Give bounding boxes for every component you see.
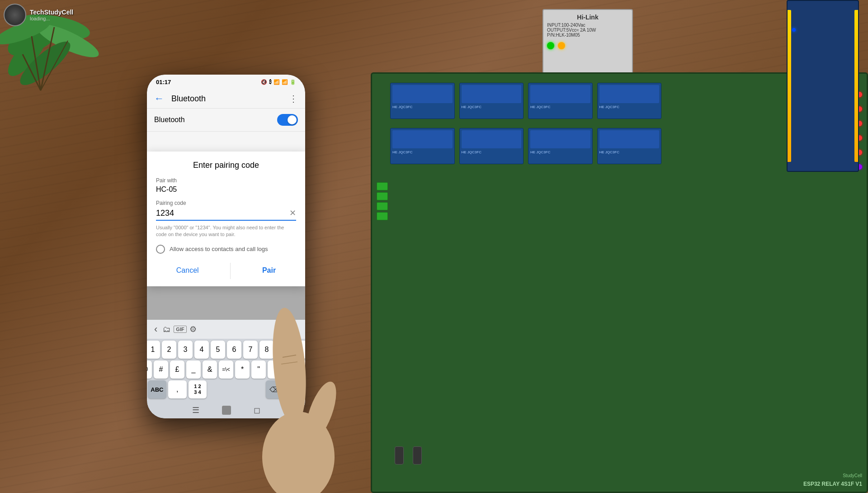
relay-1: HE JQC3FC [390,83,455,119]
relay-components-grid-2: HE JQC3FC HE JQC3FC HE JQC3FC HE JQC3FC [390,128,661,164]
led-indicators [547,42,628,49]
keyboard-back-button[interactable]: ‹ [151,322,160,336]
back-button[interactable]: ← [154,93,164,104]
relay-3: HE JQC3FC [528,83,593,119]
channel-name: TechStudyCell [30,9,73,16]
nav-menu-icon[interactable]: ☰ [192,405,199,415]
studycell-label: StudyCell [843,473,862,478]
led-orange [558,42,565,49]
key-4[interactable]: 4 [194,341,209,359]
channel-avatar [4,4,26,26]
access-row[interactable]: Allow access to contacts and call logs [156,245,296,254]
bluetooth-label: Bluetooth [154,116,185,124]
status-time: 01:17 [156,79,171,85]
pairing-hint-text: Usually "0000" or "1234". You might also… [156,224,296,238]
more-options-button[interactable]: ⋮ [289,93,298,104]
key-at[interactable]: @ [147,360,152,379]
relay-7: HE JQC3FC [528,128,593,164]
hi-link-model: P/N:HLK-10M05 [547,33,628,38]
pairing-code-value[interactable]: 1234 [156,209,289,218]
key-2[interactable]: 2 [162,341,176,359]
header-title: Bluetooth [171,94,289,104]
bluetooth-header: ← Bluetooth ⋮ [147,89,305,109]
esp32-microcontroller [787,0,859,172]
cancel-button[interactable]: Cancel [167,263,208,279]
hi-link-module: Hi-Link INPUT:100-240Vac OUTPUT:5Vcc≈ 2A… [542,9,633,81]
relay-5: HE JQC3FC [390,128,455,164]
key-5[interactable]: 5 [211,341,225,359]
gpio-pins-left [788,10,791,162]
key-numbers-grid[interactable]: 1 23 4 [189,380,207,398]
hand-overlay [231,276,366,493]
gif-button[interactable]: GIF [174,326,186,333]
hi-link-brand: Hi-Link [547,14,628,21]
capacitor-1 [395,446,404,465]
capacitor-2 [413,446,422,465]
bluetooth-toggle-row: Bluetooth [147,109,305,132]
key-underscore[interactable]: _ [186,360,201,379]
esp32-led-blue [792,28,796,32]
pairing-code-label: Pairing code [156,200,296,206]
channel-subtitle: loading... [30,16,73,21]
led-green [547,42,554,49]
key-abc[interactable]: ABC [148,380,166,398]
sticker-button[interactable]: 🗂 [160,324,174,335]
esp32-label: ESP32 RELAY 4S1F V1 [803,481,862,487]
key-ampersand[interactable]: & [203,360,217,379]
gpio-pins-right [854,10,858,162]
key-3[interactable]: 3 [178,341,193,359]
toggle-thumb [288,115,297,124]
pairing-code-input-row[interactable]: 1234 ✕ [156,208,296,221]
status-bar: 01:17 🔇 ₿ 📶 📶 🔋 [147,75,305,89]
status-icons: 🔇 ₿ 📶 📶 🔋 [261,79,296,85]
key-pound[interactable]: £ [170,360,184,379]
relay-2: HE JQC3FC [459,83,524,119]
device-name: HC-05 [156,185,296,194]
hi-link-input: INPUT:100-240Vac [547,23,628,28]
esp32-leds [792,28,796,32]
access-label: Allow access to contacts and call logs [170,246,268,252]
dialog-title: Enter pairing code [156,161,296,170]
key-hash[interactable]: # [154,360,168,379]
pair-with-label: Pair with [156,177,296,184]
key-comma[interactable]: , [168,380,187,398]
relay-8: HE JQC3FC [597,128,662,164]
electronics-board-area: Hi-Link INPUT:100-240Vac OUTPUT:5Vcc≈ 2A… [371,0,868,493]
svg-point-11 [269,306,310,426]
access-radio[interactable] [156,245,165,254]
clear-pairing-code-button[interactable]: ✕ [289,208,296,218]
relay-4: HE JQC3FC [597,83,662,119]
channel-logo: TechStudyCell loading... [4,4,73,26]
key-1[interactable]: 1 [147,341,160,359]
pairing-dialog: Enter pairing code Pair with HC-05 Pairi… [147,152,305,286]
settings-button[interactable]: ⚙ [187,323,199,335]
terminal-blocks [377,182,388,220]
bluetooth-toggle[interactable] [277,114,298,126]
nav-home-icon[interactable] [222,406,231,415]
relay-6: HE JQC3FC [459,128,524,164]
hi-link-output: OUTPUT:5Vcc≈ 2A 10W [547,28,628,33]
relay-components-grid: HE JQC3FC HE JQC3FC HE JQC3FC HE JQC3FC [390,83,661,119]
